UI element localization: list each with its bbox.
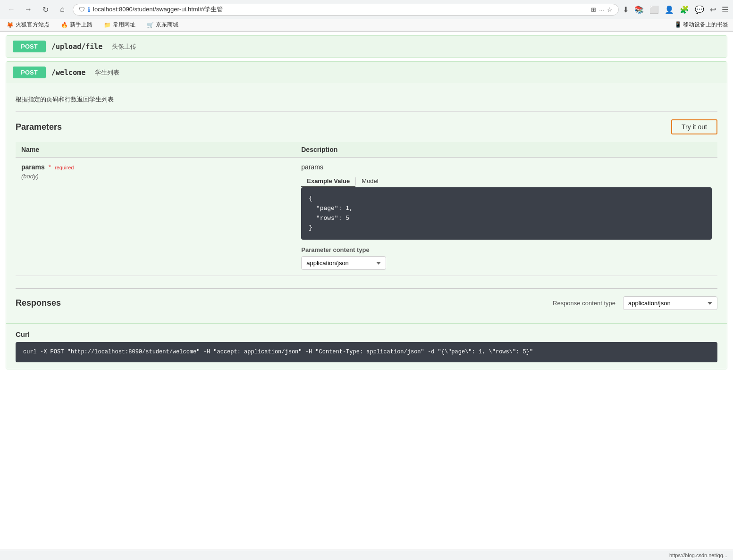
tab-icon[interactable]: ⬜ [649, 5, 659, 14]
common-icon: 📁 [104, 22, 111, 28]
bookmark-common[interactable]: 📁 常用网址 [102, 20, 137, 30]
response-content-type-select[interactable]: application/json [623, 296, 717, 310]
status-url: https://blog.csdn.net/qq... [669, 552, 727, 554]
bookmark-foxofficial[interactable]: 🦊 火狐官方站点 [5, 20, 51, 30]
try-it-out-button[interactable]: Try it out [671, 119, 717, 134]
response-type-wrapper: Response content type application/json [553, 296, 717, 310]
param-name-text: params [21, 163, 45, 171]
info-icon: ℹ [88, 6, 90, 13]
bookmark-jd[interactable]: 🛒 京东商城 [145, 20, 180, 30]
foxofficial-icon: 🦊 [7, 22, 14, 28]
page-content: POST /upload/file 头像上传 POST /welcome 学生列… [0, 32, 733, 554]
param-required-star: * [49, 163, 51, 171]
parameters-header: Parameters Try it out [16, 119, 717, 134]
parameters-title: Parameters [16, 122, 62, 132]
curl-code: curl -X POST "http://localhost:8090/stud… [16, 342, 717, 362]
tab-example-value[interactable]: Example Value [301, 176, 355, 187]
responses-section: Responses Response content type applicat… [16, 288, 717, 310]
endpoint-upload-header[interactable]: POST /upload/file 头像上传 [6, 36, 727, 57]
params-table: Name Description params * requir [16, 142, 717, 276]
endpoint-desc1: 头像上传 [112, 42, 136, 51]
param-required-label: required [55, 165, 74, 170]
qr-icon: ⊞ [591, 6, 596, 13]
param-location: (body) [21, 173, 290, 180]
endpoint-upload-file: POST /upload/file 头像上传 [6, 35, 727, 58]
endpoint-path1: /upload/file [51, 42, 102, 51]
download-icon[interactable]: ⬇ [623, 5, 629, 14]
responses-title: Responses [16, 298, 61, 308]
library-icon[interactable]: 📚 [634, 5, 644, 14]
content-type-section: Parameter content type application/json [301, 246, 712, 270]
method-badge-post2: POST [13, 67, 46, 78]
bookmark-newbie[interactable]: 🔥 新手上路 [59, 20, 94, 30]
history-icon[interactable]: ↩ [710, 5, 716, 14]
endpoint-desc2: 学生列表 [95, 68, 119, 77]
param-row-params: params * required (body) params [16, 158, 717, 276]
endpoint-welcome-body: 根据指定的页码和行数返回学生列表 Parameters Try it out N… [6, 83, 727, 323]
jd-icon: 🛒 [147, 22, 154, 28]
content-type-select[interactable]: application/json [301, 256, 386, 270]
forward-button[interactable]: → [22, 3, 35, 16]
response-content-type-label: Response content type [553, 300, 615, 307]
tab-model[interactable]: Model [356, 176, 384, 187]
endpoint-summary: 根据指定的页码和行数返回学生列表 [16, 91, 717, 112]
col-name: Name [16, 142, 295, 158]
code-block: { "page": 1, "rows": 5 } [301, 187, 712, 240]
parameters-section: Parameters Try it out Name Description [16, 112, 717, 284]
star-icon: ☆ [607, 6, 613, 13]
mobile-bookmarks[interactable]: 📱 移动设备上的书签 [674, 21, 728, 29]
method-badge-post1: POST [13, 41, 46, 52]
chat-icon[interactable]: 💬 [695, 5, 704, 14]
back-button[interactable]: ← [5, 3, 18, 16]
param-description-cell: params Example Value Model { "page": 1, … [295, 158, 717, 276]
mobile-icon: 📱 [674, 21, 682, 28]
profile-icon[interactable]: 👤 [665, 5, 674, 14]
col-description: Description [295, 142, 717, 158]
endpoint-welcome: POST /welcome 学生列表 根据指定的页码和行数返回学生列表 Para… [6, 61, 727, 369]
endpoint-welcome-header[interactable]: POST /welcome 学生列表 [6, 62, 727, 83]
responses-header: Responses Response content type applicat… [16, 296, 717, 310]
curl-title: Curl [16, 330, 717, 338]
url-input[interactable] [93, 6, 588, 13]
newbie-icon: 🔥 [61, 22, 68, 28]
menu-icon: ··· [599, 6, 604, 13]
reload-button[interactable]: ↻ [39, 3, 52, 16]
example-value-tabs: Example Value Model [301, 176, 712, 187]
settings-icon[interactable]: ☰ [722, 5, 728, 14]
home-button[interactable]: ⌂ [56, 3, 69, 16]
curl-section: Curl curl -X POST "http://localhost:8090… [6, 323, 727, 369]
param-desc-text: params [301, 163, 712, 171]
content-type-label: Parameter content type [301, 246, 712, 253]
address-bar: 🛡 ℹ ⊞ ··· ☆ [73, 4, 619, 16]
param-name-cell: params * required (body) [16, 158, 295, 276]
shield-icon: 🛡 [79, 6, 85, 13]
status-bar: https://blog.csdn.net/qq... [0, 550, 733, 554]
endpoint-path2: /welcome [51, 68, 85, 77]
extensions-icon[interactable]: 🧩 [680, 5, 689, 14]
